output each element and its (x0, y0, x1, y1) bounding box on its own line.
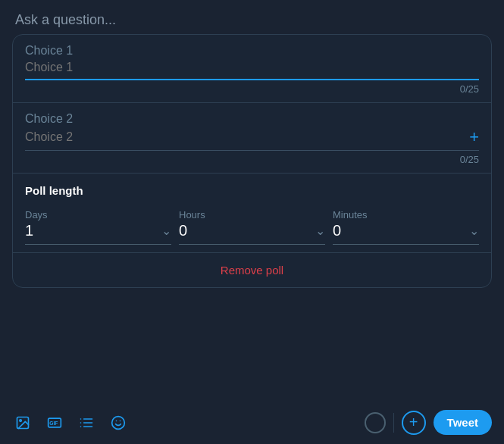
choice-1-underline (25, 79, 479, 80)
svg-point-10 (112, 416, 125, 429)
poll-card: Choice 1 0/25 Choice 2 + 0/25 Poll lengt… (12, 34, 492, 288)
add-tweet-button[interactable]: + (402, 411, 426, 435)
days-chevron-icon: ⌄ (161, 224, 171, 238)
choice-1-label: Choice 1 (25, 44, 479, 58)
svg-point-1 (20, 419, 21, 421)
image-icon[interactable] (12, 412, 33, 433)
add-choice-button[interactable]: + (463, 129, 479, 145)
days-label: Days (25, 209, 171, 220)
days-dropdown[interactable]: Days 1 ⌄ (25, 206, 171, 245)
hours-chevron-icon: ⌄ (315, 224, 325, 238)
svg-text:GIF: GIF (49, 421, 58, 426)
toolbar-divider (393, 413, 394, 433)
hours-label: Hours (179, 209, 325, 220)
choice-2-section: Choice 2 + 0/25 (13, 103, 491, 174)
choice-1-input[interactable] (25, 61, 479, 74)
remove-poll-section: Remove poll (13, 253, 491, 287)
tweet-button[interactable]: Tweet (434, 410, 492, 435)
toolbar-left: GIF (12, 412, 129, 433)
choice-1-section: Choice 1 0/25 (13, 35, 491, 103)
choice-2-char-count: 0/25 (13, 151, 491, 173)
toolbar-right: + Tweet (365, 410, 492, 435)
poll-length-section: Poll length Days 1 ⌄ Hours 0 ⌄ Minutes (13, 174, 491, 253)
choice-1-char-count: 0/25 (13, 80, 491, 102)
list-icon[interactable] (76, 412, 97, 433)
remove-poll-button[interactable]: Remove poll (221, 264, 283, 277)
days-value: 1 (25, 222, 33, 239)
progress-circle (365, 412, 386, 433)
toolbar: GIF + Tweet (0, 401, 504, 444)
minutes-chevron-icon: ⌄ (469, 224, 479, 238)
dropdowns-row: Days 1 ⌄ Hours 0 ⌄ Minutes 0 ⌄ (25, 206, 479, 245)
hours-dropdown[interactable]: Hours 0 ⌄ (179, 206, 325, 245)
choice-2-label: Choice 2 (25, 112, 479, 126)
minutes-dropdown[interactable]: Minutes 0 ⌄ (333, 206, 479, 245)
hours-value: 0 (179, 222, 187, 239)
poll-length-title: Poll length (25, 184, 479, 197)
gif-icon[interactable]: GIF (44, 412, 65, 433)
choice-2-input[interactable] (25, 130, 463, 144)
page-title: Ask a question... (0, 0, 504, 34)
emoji-icon[interactable] (108, 412, 129, 433)
minutes-label: Minutes (333, 209, 479, 220)
choice-2-underline (25, 150, 479, 151)
minutes-value: 0 (333, 222, 341, 239)
